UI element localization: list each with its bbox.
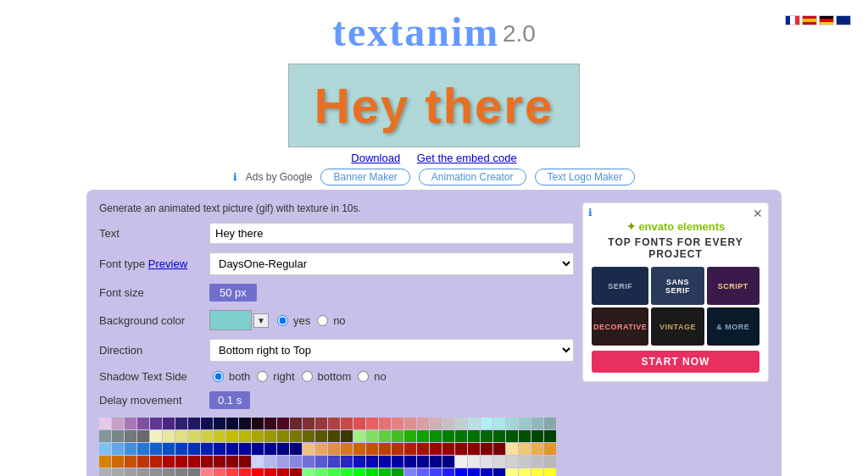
texture-cell[interactable] (150, 443, 162, 455)
texture-cell[interactable] (328, 443, 340, 455)
texture-cell[interactable] (188, 430, 200, 442)
flag-gb[interactable] (836, 15, 851, 25)
texture-cell[interactable] (468, 430, 480, 442)
texture-cell[interactable] (239, 468, 251, 476)
texture-cell[interactable] (430, 468, 442, 476)
texture-cell[interactable] (125, 468, 136, 476)
texture-cell[interactable] (99, 468, 111, 476)
texture-cell[interactable] (341, 418, 353, 429)
shadow-no-radio[interactable] (358, 371, 369, 382)
texture-cell[interactable] (328, 456, 340, 468)
texture-cell[interactable] (404, 418, 416, 429)
texture-cell[interactable] (264, 443, 276, 455)
texture-cell[interactable] (112, 443, 124, 455)
texture-cell[interactable] (506, 456, 518, 468)
texture-cell[interactable] (430, 430, 442, 442)
texture-cell[interactable] (493, 430, 505, 442)
texture-cell[interactable] (341, 443, 353, 455)
texture-cell[interactable] (264, 456, 276, 468)
texture-cell[interactable] (303, 468, 314, 476)
texture-cell[interactable] (353, 456, 365, 468)
texture-cell[interactable] (290, 443, 302, 455)
texture-cell[interactable] (366, 418, 378, 429)
texture-cell[interactable] (226, 430, 238, 442)
texture-cell[interactable] (341, 430, 353, 442)
texture-cell[interactable] (392, 456, 403, 468)
texture-cell[interactable] (506, 443, 518, 455)
texture-cell[interactable] (417, 443, 429, 455)
texture-cell[interactable] (417, 430, 429, 442)
texture-cell[interactable] (188, 468, 200, 476)
texture-cell[interactable] (404, 456, 416, 468)
texture-cell[interactable] (214, 443, 225, 455)
texture-cell[interactable] (328, 430, 340, 442)
texture-cell[interactable] (468, 443, 480, 455)
direction-select[interactable]: Bottom right to Top Left to Right Right … (209, 339, 574, 362)
texture-cell[interactable] (239, 418, 251, 429)
texture-cell[interactable] (315, 418, 327, 429)
texture-cell[interactable] (404, 430, 416, 442)
texture-cell[interactable] (493, 456, 505, 468)
texture-cell[interactable] (417, 468, 429, 476)
texture-cell[interactable] (277, 418, 289, 429)
banner-maker-btn[interactable]: Banner Maker (320, 169, 409, 185)
texture-cell[interactable] (417, 456, 429, 468)
texture-cell[interactable] (455, 468, 467, 476)
font-preview-link[interactable]: Preview (148, 257, 187, 270)
texture-cell[interactable] (430, 443, 442, 455)
texture-cell[interactable] (430, 418, 442, 429)
texture-cell[interactable] (214, 418, 225, 429)
texture-cell[interactable] (175, 418, 187, 429)
flag-de[interactable] (819, 15, 834, 25)
texture-cell[interactable] (226, 443, 238, 455)
texture-cell[interactable] (404, 468, 416, 476)
texture-cell[interactable] (366, 430, 378, 442)
texture-cell[interactable] (188, 443, 200, 455)
texture-cell[interactable] (468, 418, 480, 429)
texture-cell[interactable] (175, 443, 187, 455)
texture-cell[interactable] (290, 430, 302, 442)
texture-cell[interactable] (188, 418, 200, 429)
texture-cell[interactable] (214, 468, 225, 476)
texture-cell[interactable] (455, 443, 467, 455)
texture-cell[interactable] (252, 468, 264, 476)
texture-cell[interactable] (150, 418, 162, 429)
texture-cell[interactable] (277, 430, 289, 442)
texture-cell[interactable] (137, 456, 149, 468)
bg-no-radio[interactable] (317, 315, 328, 326)
texture-cell[interactable] (455, 418, 467, 429)
texture-cell[interactable] (544, 430, 556, 442)
texture-cell[interactable] (277, 468, 289, 476)
texture-cell[interactable] (99, 443, 111, 455)
ad-info-icon[interactable]: ℹ (588, 207, 593, 219)
texture-cell[interactable] (226, 456, 238, 468)
texture-cell[interactable] (125, 430, 136, 442)
texture-cell[interactable] (328, 418, 340, 429)
text-logo-maker-btn[interactable]: Text Logo Maker (535, 169, 636, 185)
texture-cell[interactable] (379, 456, 391, 468)
texture-cell[interactable] (531, 468, 543, 476)
download-link[interactable]: Download (351, 152, 400, 164)
texture-cell[interactable] (506, 430, 518, 442)
texture-cell[interactable] (125, 456, 136, 468)
texture-cell[interactable] (519, 468, 531, 476)
texture-cell[interactable] (493, 418, 505, 429)
texture-cell[interactable] (226, 418, 238, 429)
texture-cell[interactable] (481, 443, 492, 455)
texture-cell[interactable] (150, 456, 162, 468)
texture-cell[interactable] (315, 443, 327, 455)
texture-cell[interactable] (544, 418, 556, 429)
texture-cell[interactable] (353, 430, 365, 442)
texture-cell[interactable] (519, 418, 531, 429)
texture-cell[interactable] (175, 430, 187, 442)
texture-cell[interactable] (214, 430, 225, 442)
texture-cell[interactable] (493, 468, 505, 476)
texture-cell[interactable] (125, 443, 136, 455)
texture-cell[interactable] (531, 443, 543, 455)
texture-cell[interactable] (481, 456, 492, 468)
texture-cell[interactable] (264, 468, 276, 476)
texture-cell[interactable] (264, 430, 276, 442)
texture-cell[interactable] (303, 456, 314, 468)
texture-cell[interactable] (531, 430, 543, 442)
texture-cell[interactable] (442, 468, 454, 476)
